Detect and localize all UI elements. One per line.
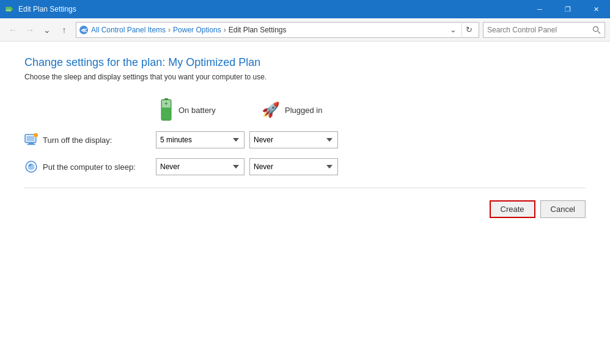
address-bar: ≪ All Control Panel Items › Power Option… xyxy=(76,22,479,38)
on-battery-label: On battery xyxy=(178,106,216,115)
breadcrumb-sep1: › xyxy=(168,26,171,34)
svg-text:≪: ≪ xyxy=(81,27,87,34)
breadcrumb-power-options[interactable]: Power Options xyxy=(173,26,221,34)
divider xyxy=(24,187,586,188)
window-title: Edit Plan Settings xyxy=(18,5,76,13)
display-battery-select[interactable]: 5 minutes 1 minute 2 minutes 3 minutes 1… xyxy=(156,131,244,148)
svg-rect-9 xyxy=(164,98,168,100)
svg-point-6 xyxy=(593,26,598,31)
plugged-in-header: 🚀 Plugged in xyxy=(262,101,359,118)
settings-header: + On battery 🚀 Plugged in xyxy=(159,98,586,122)
breadcrumb-sep2: › xyxy=(224,26,226,34)
rocket-icon: 🚀 xyxy=(262,101,280,118)
display-row: ! Turn off the display: 5 minutes 1 minu… xyxy=(24,131,586,148)
svg-rect-11 xyxy=(162,107,171,120)
refresh-button[interactable]: ↻ xyxy=(461,22,476,38)
page-subtitle: Choose the sleep and display settings th… xyxy=(24,73,586,81)
search-input[interactable] xyxy=(487,26,590,34)
address-bar-icon: ≪ xyxy=(79,25,89,35)
app-icon xyxy=(5,4,15,14)
svg-rect-16 xyxy=(27,144,35,145)
search-bar xyxy=(483,22,605,38)
cancel-button[interactable]: Cancel xyxy=(540,200,586,218)
title-bar-left: Edit Plan Settings xyxy=(5,4,76,14)
sleep-plugged-select[interactable]: Never 1 minute 2 minutes 3 minutes 5 min… xyxy=(249,158,338,175)
action-area: Create Cancel xyxy=(24,200,586,218)
sleep-row: Put the computer to sleep: Never 1 minut… xyxy=(24,158,586,175)
minimize-button[interactable]: ─ xyxy=(526,0,554,18)
up-button[interactable]: ↑ xyxy=(56,22,72,38)
sleep-label: Put the computer to sleep: xyxy=(43,162,156,172)
display-label: Turn off the display: xyxy=(43,136,156,145)
window-controls: ─ ❐ ✕ xyxy=(526,0,610,18)
display-selects: 5 minutes 1 minute 2 minutes 3 minutes 1… xyxy=(156,131,338,148)
create-button[interactable]: Create xyxy=(490,200,535,218)
svg-rect-1 xyxy=(12,8,13,10)
svg-rect-14 xyxy=(26,136,34,141)
address-dropdown-button[interactable]: ⌄ xyxy=(447,23,459,37)
dropdown-button[interactable]: ⌄ xyxy=(39,22,55,38)
restore-button[interactable]: ❐ xyxy=(554,0,582,18)
svg-rect-3 xyxy=(6,7,11,10)
back-button[interactable]: ← xyxy=(5,22,21,38)
page-title: Change settings for the plan: My Optimiz… xyxy=(24,56,586,69)
main-content: Change settings for the plan: My Optimiz… xyxy=(0,42,610,364)
display-icon: ! xyxy=(24,133,38,147)
close-button[interactable]: ✕ xyxy=(582,0,610,18)
navigation-bar: ← → ⌄ ↑ ≪ All Control Panel Items › Powe… xyxy=(0,18,610,42)
sleep-battery-select[interactable]: Never 1 minute 2 minutes 3 minutes 5 min… xyxy=(156,158,244,175)
sleep-selects: Never 1 minute 2 minutes 3 minutes 5 min… xyxy=(156,158,338,175)
breadcrumb-current: Edit Plan Settings xyxy=(229,26,287,34)
content-area: Change settings for the plan: My Optimiz… xyxy=(0,42,610,233)
svg-rect-15 xyxy=(29,142,34,144)
battery-icon: + xyxy=(159,98,174,122)
breadcrumb-all-control[interactable]: All Control Panel Items xyxy=(91,26,166,34)
breadcrumb: All Control Panel Items › Power Options … xyxy=(91,26,444,34)
svg-text:+: + xyxy=(164,101,167,107)
title-bar: Edit Plan Settings ─ ❐ ✕ xyxy=(0,0,610,18)
plugged-in-label: Plugged in xyxy=(285,106,322,115)
on-battery-header: + On battery xyxy=(159,98,257,122)
sleep-icon xyxy=(24,160,38,173)
display-plugged-select[interactable]: Never 1 minute 2 minutes 3 minutes 5 min… xyxy=(249,131,338,148)
forward-button[interactable]: → xyxy=(22,22,38,38)
search-icon xyxy=(592,26,601,34)
svg-line-7 xyxy=(598,31,600,34)
